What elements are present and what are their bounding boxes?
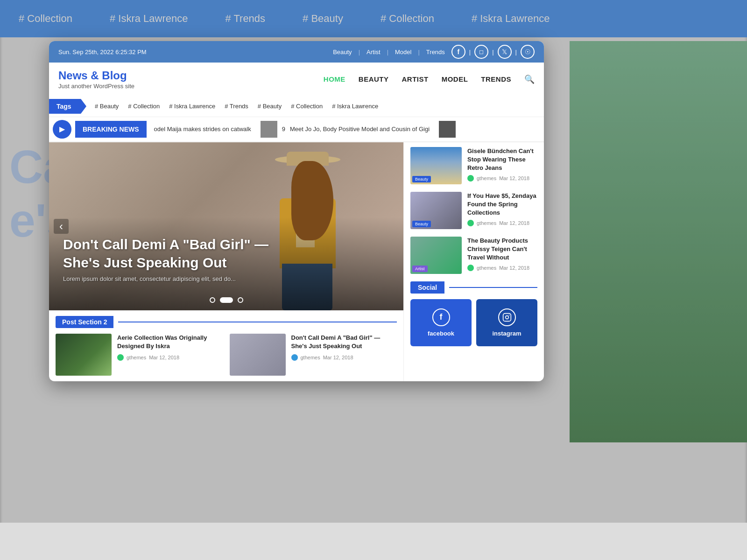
header: News & Blog Just another WordPress site …: [49, 63, 544, 96]
breaking-text-3: Meet Jo Jo, Body Positive Model and Cous…: [290, 126, 430, 133]
author-name-1: gthemes: [127, 355, 146, 360]
twitter-icon-top[interactable]: 𝕏: [498, 45, 512, 59]
sidebar-article-title-2: If You Have $5, Zendaya Found the Spring…: [467, 192, 537, 217]
tag-beauty-2[interactable]: # Beauty: [258, 103, 282, 110]
post-card-inner-2: Don't Call Demi A "Bad Girl" — She's Jus…: [230, 334, 397, 376]
sidebar-article-info-3: The Beauty Products Chrissy Teigen Can't…: [467, 237, 537, 272]
post-section-label: Post Section 2: [56, 316, 113, 328]
svg-rect-0: [503, 313, 511, 321]
top-bar-nav: Beauty | Artist | Model | Trends: [333, 49, 445, 56]
author-name-2: gthemes: [301, 355, 320, 360]
posts-grid: Aerie Collection Was Originally Designed…: [49, 328, 403, 381]
bg-right-scene: [570, 41, 747, 442]
breaking-thumb-3: [439, 121, 456, 138]
breaking-text-2: 9: [282, 126, 285, 133]
sidebar-author-dot-3: [467, 265, 474, 271]
hero-dot-2[interactable]: [220, 297, 233, 303]
main-content: ‹ Don't Call Demi A "Bad Girl" — She's J…: [49, 142, 404, 381]
sidebar-date-3: Mar 12, 2018: [499, 265, 529, 271]
post-section-line: [118, 322, 397, 322]
search-button[interactable]: 🔍: [524, 74, 535, 84]
breaking-thumb-2: [261, 121, 277, 138]
social-section-line: [449, 287, 537, 288]
bg-bottom-bar: [0, 523, 747, 560]
hero-title: Don't Call Demi A "Bad Girl" — She's Jus…: [63, 235, 306, 272]
post-card-inner-1: Aerie Collection Was Originally Designed…: [56, 334, 223, 376]
post-title-1: Aerie Collection Was Originally Designed…: [117, 334, 223, 350]
tag-iskra-1[interactable]: # Iskra Lawrence: [169, 103, 215, 110]
pinterest-icon-top[interactable]: ☉: [521, 45, 535, 59]
nav-artist-main[interactable]: ARTIST: [402, 75, 428, 83]
svg-point-2: [508, 315, 509, 315]
sidebar-article-1: Beauty Gisele Bündchen Can't Stop Wearin…: [410, 147, 537, 184]
hero-hair: [291, 161, 333, 240]
sep-5: |: [492, 49, 493, 56]
breaking-item-2: 9 Meet Jo Jo, Body Positive Model and Co…: [261, 121, 430, 138]
content-area: ‹ Don't Call Demi A "Bad Girl" — She's J…: [49, 142, 544, 381]
datetime-display: Sun. Sep 25th, 2022 6:25:32 PM: [58, 49, 147, 56]
social-section: Social f facebook: [410, 281, 537, 346]
facebook-icon-top[interactable]: f: [451, 45, 465, 59]
post-meta-1: gthemes Mar 12, 2018: [117, 354, 223, 361]
post-info-1: Aerie Collection Was Originally Designed…: [117, 334, 223, 376]
category-badge-1: Beauty: [412, 176, 431, 182]
nav-trends[interactable]: Trends: [426, 49, 445, 56]
tag-iskra-2[interactable]: # Iskra Lawrence: [332, 103, 378, 110]
instagram-icon-top[interactable]: ◻: [474, 45, 488, 59]
nav-artist[interactable]: Artist: [366, 49, 381, 56]
sidebar-date-1: Mar 12, 2018: [499, 175, 529, 181]
post-card-2: Don't Call Demi A "Bad Girl" — She's Jus…: [230, 334, 397, 376]
hero-dot-1[interactable]: [210, 297, 215, 303]
post-title-2: Don't Call Demi A "Bad Girl" — She's Jus…: [291, 334, 397, 350]
sidebar: Beauty Gisele Bündchen Can't Stop Wearin…: [404, 142, 544, 381]
sidebar-author-dot-1: [467, 175, 474, 182]
sidebar-article-title-3: The Beauty Products Chrissy Teigen Can't…: [467, 237, 537, 262]
top-bar-right: Beauty | Artist | Model | Trends f | ◻ |…: [333, 45, 535, 59]
breaking-news-label: BREAKING NEWS: [75, 121, 147, 138]
hero-bg: [49, 142, 403, 310]
nav-model[interactable]: Model: [395, 49, 411, 56]
sidebar-thumb-3: Artist: [410, 237, 462, 274]
hero-prev-button[interactable]: ‹: [54, 219, 69, 234]
tag-collection-2[interactable]: # Collection: [291, 103, 323, 110]
sidebar-author-3: gthemes: [477, 265, 496, 271]
instagram-button[interactable]: instagram: [476, 299, 537, 346]
hero-slider: ‹ Don't Call Demi A "Bad Girl" — She's J…: [49, 142, 403, 310]
sidebar-date-2: Mar 12, 2018: [499, 220, 529, 226]
sidebar-thumb-1: Beauty: [410, 147, 462, 184]
social-icons: f | ◻ | 𝕏 | ☉: [451, 45, 535, 59]
tag-trends-1[interactable]: # Trends: [225, 103, 248, 110]
sep-2: |: [387, 49, 388, 56]
sidebar-article-info-2: If You Have $5, Zendaya Found the Spring…: [467, 192, 537, 227]
nav-trends-main[interactable]: TRENDS: [481, 75, 511, 83]
tag-beauty-1[interactable]: # Beauty: [95, 103, 119, 110]
tag-collection-1[interactable]: # Collection: [128, 103, 160, 110]
facebook-button[interactable]: f facebook: [410, 299, 472, 346]
site-title: News & Blog: [58, 69, 134, 83]
nav-beauty[interactable]: Beauty: [333, 49, 352, 56]
sidebar-author-2: gthemes: [477, 220, 496, 226]
bg-tag-5: # Collection: [381, 13, 434, 25]
tags-label: Tags: [49, 99, 86, 114]
hero-dot-3[interactable]: [238, 297, 243, 303]
sidebar-author-dot-2: [467, 220, 474, 226]
bg-tag-2: # Iskra Lawrence: [110, 13, 188, 25]
sidebar-article-title-1: Gisele Bündchen Can't Stop Wearing These…: [467, 147, 537, 173]
nav-beauty-main[interactable]: BEAUTY: [359, 75, 389, 83]
nav-home[interactable]: HOME: [324, 75, 345, 83]
bg-tag-6: # Iskra Lawrence: [472, 13, 550, 25]
main-nav: HOME BEAUTY ARTIST MODEL TRENDS 🔍: [324, 74, 535, 84]
post-date-1: Mar 12, 2018: [149, 355, 179, 360]
site-subtitle: Just another WordPress site: [58, 83, 134, 90]
sep-3: |: [418, 49, 419, 56]
social-buttons: f facebook instagram: [410, 299, 537, 346]
tags-bar: Tags # Beauty # Collection # Iskra Lawre…: [49, 96, 544, 117]
nav-model-main[interactable]: MODEL: [442, 75, 468, 83]
author-dot-1: [117, 354, 124, 361]
post-info-2: Don't Call Demi A "Bad Girl" — She's Jus…: [291, 334, 397, 376]
category-badge-2: Beauty: [412, 221, 431, 227]
hero-dots: [210, 297, 243, 303]
sep-4: |: [469, 49, 471, 56]
facebook-label: facebook: [428, 330, 454, 337]
bg-tag-1: # Collection: [19, 13, 72, 25]
